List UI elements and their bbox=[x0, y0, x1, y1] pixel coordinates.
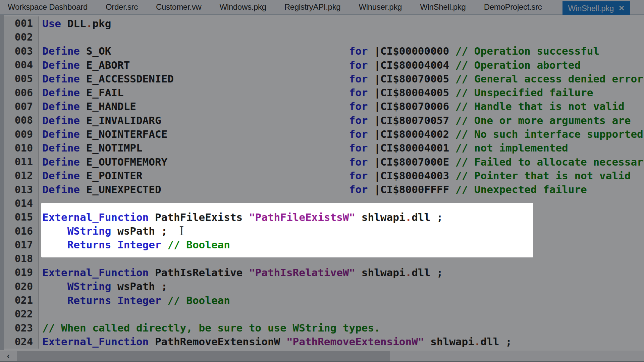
line-number: 019 bbox=[0, 265, 39, 279]
code-line-014[interactable]: 014 bbox=[0, 196, 644, 210]
code-line-001[interactable]: 001Use DLL.pkg bbox=[0, 16, 644, 30]
tab-workspace-dashboard[interactable]: Workspace Dashboard bbox=[0, 0, 97, 14]
scrollbar-thumb[interactable] bbox=[17, 351, 390, 361]
code-line-013[interactable]: 013Define E_UNEXPECTEDfor |CI$8000FFFF /… bbox=[0, 183, 644, 196]
line-number: 022 bbox=[0, 307, 39, 321]
line-number: 008 bbox=[0, 113, 39, 127]
code-line-018[interactable]: 018 bbox=[0, 252, 644, 265]
code-text: Define E_NOTIMPLfor |CI$80004001 // not … bbox=[39, 142, 644, 154]
line-number: 009 bbox=[0, 127, 39, 141]
line-number: 014 bbox=[0, 196, 39, 210]
code-line-list: 001Use DLL.pkg002003Define S_OKfor |CI$0… bbox=[0, 15, 644, 349]
code-text: Use DLL.pkg bbox=[39, 17, 644, 29]
line-number: 020 bbox=[0, 280, 39, 293]
code-text: External_Function PathIsRelative "PathIs… bbox=[39, 266, 644, 279]
code-text: Define E_UNEXPECTEDfor |CI$8000FFFF // U… bbox=[39, 183, 644, 195]
code-line-005[interactable]: 005Define E_ACCESSDENIEDfor |CI$80070005… bbox=[0, 72, 644, 85]
code-text: Define E_POINTERfor |CI$80004003 // Poin… bbox=[39, 170, 644, 182]
tab-label: DemoProject.src bbox=[484, 2, 542, 12]
tab-windows-pkg[interactable]: Windows.pkg bbox=[210, 0, 275, 14]
code-text: Define E_HANDLEfor |CI$80070006 // Handl… bbox=[39, 100, 644, 112]
line-number: 006 bbox=[0, 85, 39, 99]
line-number: 003 bbox=[0, 44, 39, 58]
code-text: External_Function PathFileExists "PathFi… bbox=[39, 211, 644, 223]
code-editor-window: Workspace DashboardOrder.srcCustomer.vwW… bbox=[0, 0, 644, 362]
tab-label: Windows.pkg bbox=[219, 2, 266, 12]
line-number: 002 bbox=[0, 30, 39, 44]
code-text: Define E_OUTOFMEMORYfor |CI$8007000E // … bbox=[39, 156, 644, 168]
code-text: Define E_NOINTERFACEfor |CI$80004002 // … bbox=[39, 128, 644, 140]
tab-winshell-pkg[interactable]: WinShell.pkg bbox=[411, 0, 475, 14]
code-line-022[interactable]: 022 bbox=[0, 307, 644, 321]
line-number: 017 bbox=[0, 238, 39, 252]
tab-winuser-pkg[interactable]: Winuser.pkg bbox=[350, 0, 411, 14]
tab-demoproject-src[interactable]: DemoProject.src bbox=[475, 0, 551, 14]
line-number: 001 bbox=[0, 16, 39, 30]
line-number: 015 bbox=[0, 210, 39, 224]
editor-left-gutter bbox=[0, 15, 4, 350]
tab-label: Customer.vw bbox=[156, 2, 201, 12]
tab-order-src[interactable]: Order.src bbox=[97, 0, 147, 14]
line-number: 021 bbox=[0, 293, 39, 307]
code-line-008[interactable]: 008Define E_INVALIDARGfor |CI$80070057 /… bbox=[0, 113, 644, 127]
line-number: 010 bbox=[0, 141, 39, 155]
tab-registryapi-pkg[interactable]: RegistryAPI.pkg bbox=[275, 0, 350, 14]
code-text: Define E_ABORTfor |CI$80004004 // Operat… bbox=[39, 59, 644, 71]
code-line-012[interactable]: 012Define E_POINTERfor |CI$80004003 // P… bbox=[0, 169, 644, 182]
code-line-004[interactable]: 004Define E_ABORTfor |CI$80004004 // Ope… bbox=[0, 58, 644, 72]
code-line-011[interactable]: 011Define E_OUTOFMEMORYfor |CI$8007000E … bbox=[0, 155, 644, 169]
code-line-023[interactable]: 023// When called directly, be sure to u… bbox=[0, 321, 644, 335]
line-number: 016 bbox=[0, 224, 39, 238]
tab-winshell-pkg-active[interactable]: WinShell.pkg✕ bbox=[562, 1, 631, 15]
code-line-019[interactable]: 019External_Function PathIsRelative "Pat… bbox=[0, 265, 644, 279]
line-number: 004 bbox=[0, 58, 39, 72]
code-text: Define E_ACCESSDENIEDfor |CI$80070005 //… bbox=[39, 73, 644, 85]
code-text: External_Function PathRemoveExtensionW "… bbox=[39, 336, 644, 348]
line-number: 023 bbox=[0, 321, 39, 335]
line-number: 024 bbox=[0, 335, 39, 349]
tab-label: Workspace Dashboard bbox=[8, 2, 88, 12]
line-number: 013 bbox=[0, 183, 39, 196]
tab-label: WinShell.pkg bbox=[420, 2, 466, 12]
code-text: Returns Integer // Boolean bbox=[39, 239, 644, 251]
code-text: WString wsPath ; bbox=[39, 280, 644, 292]
code-line-007[interactable]: 007Define E_HANDLEfor |CI$80070006 // Ha… bbox=[0, 100, 644, 113]
scroll-left-arrow-icon[interactable]: ‹ bbox=[2, 351, 15, 361]
code-line-009[interactable]: 009Define E_NOINTERFACEfor |CI$80004002 … bbox=[0, 127, 644, 141]
tab-bar: Workspace DashboardOrder.srcCustomer.vwW… bbox=[0, 0, 644, 15]
code-text: WString wsPath ; bbox=[39, 225, 644, 237]
line-number: 018 bbox=[0, 252, 39, 265]
line-number: 011 bbox=[0, 155, 39, 169]
code-line-015[interactable]: 015External_Function PathFileExists "Pat… bbox=[0, 210, 644, 224]
close-icon[interactable]: ✕ bbox=[619, 5, 625, 12]
tab-label: RegistryAPI.pkg bbox=[284, 2, 341, 12]
line-number: 007 bbox=[0, 100, 39, 113]
code-text: // When called directly, be sure to use … bbox=[39, 322, 644, 334]
code-line-003[interactable]: 003Define S_OKfor |CI$00000000 // Operat… bbox=[0, 44, 644, 58]
code-text: Returns Integer // Boolean bbox=[39, 294, 644, 306]
tab-customer-vw[interactable]: Customer.vw bbox=[147, 0, 210, 14]
code-text: Define E_INVALIDARGfor |CI$80070057 // O… bbox=[39, 114, 644, 126]
code-line-024[interactable]: 024External_Function PathRemoveExtension… bbox=[0, 335, 644, 349]
code-line-021[interactable]: 021 Returns Integer // Boolean bbox=[0, 293, 644, 307]
code-text: Define S_OKfor |CI$00000000 // Operation… bbox=[39, 45, 644, 57]
code-line-006[interactable]: 006Define E_FAILfor |CI$80004005 // Unsp… bbox=[0, 85, 644, 99]
code-line-020[interactable]: 020 WString wsPath ; bbox=[0, 280, 644, 293]
code-text: Define E_FAILfor |CI$80004005 // Unspeci… bbox=[39, 86, 644, 99]
code-editor-area[interactable]: 001Use DLL.pkg002003Define S_OKfor |CI$0… bbox=[0, 15, 644, 350]
tab-label: WinShell.pkg bbox=[568, 4, 614, 13]
code-line-002[interactable]: 002 bbox=[0, 30, 644, 44]
code-line-017[interactable]: 017 Returns Integer // Boolean bbox=[0, 238, 644, 252]
line-number: 005 bbox=[0, 72, 39, 85]
horizontal-scrollbar[interactable]: ‹ bbox=[0, 351, 644, 361]
code-line-016[interactable]: 016 WString wsPath ; bbox=[0, 224, 644, 238]
tab-label: Order.src bbox=[106, 2, 138, 12]
line-number: 012 bbox=[0, 169, 39, 182]
tab-list: Workspace DashboardOrder.srcCustomer.vwW… bbox=[0, 0, 644, 14]
tab-label: Winuser.pkg bbox=[359, 2, 402, 12]
code-line-010[interactable]: 010Define E_NOTIMPLfor |CI$80004001 // n… bbox=[0, 141, 644, 155]
